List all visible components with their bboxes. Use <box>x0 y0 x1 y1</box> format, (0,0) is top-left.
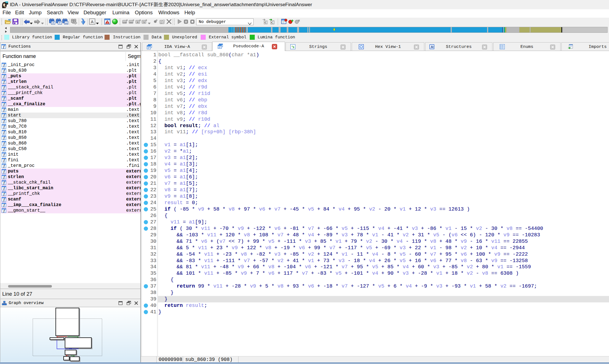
svg-text:101: 101 <box>65 22 68 24</box>
svg-text:code: code <box>122 22 127 23</box>
svg-text:A: A <box>137 21 138 23</box>
svg-text:T: T <box>59 22 61 24</box>
svg-text:C: C <box>271 21 274 24</box>
svg-text:‘s: ‘s <box>143 21 145 23</box>
svg-text:#: # <box>52 22 54 24</box>
svg-text:data: data <box>129 22 133 23</box>
svg-text:C: C <box>265 21 267 24</box>
svg-text:A: A <box>91 19 94 24</box>
